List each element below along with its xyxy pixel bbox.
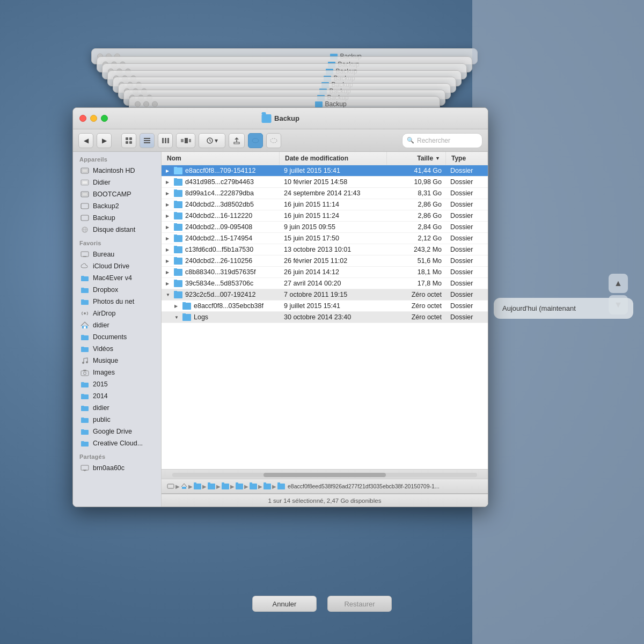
svg-rect-2 <box>126 141 128 144</box>
file-size: Zéro octet <box>387 302 446 310</box>
forward-button[interactable]: ▶ <box>97 133 112 148</box>
hdd-icon <box>80 214 89 222</box>
sidebar-item-videos[interactable]: Vidéos <box>75 343 159 355</box>
col-header-size[interactable]: Taille ▼ <box>387 152 446 165</box>
sidebar-item-backup[interactable]: Backup <box>75 212 159 224</box>
file-name: e8accf0f8...035ebcb38f <box>194 302 264 310</box>
sidebar-item-bootcamp[interactable]: BOOTCAMP <box>75 188 159 200</box>
sidebar-item-photos-net[interactable]: Photos du net <box>75 296 159 308</box>
svg-rect-27 <box>81 252 89 257</box>
maximize-button[interactable] <box>101 115 108 122</box>
breadcrumb-folder5[interactable] <box>250 484 257 489</box>
column-view-button[interactable] <box>158 133 173 148</box>
sidebar-label: Creative Cloud... <box>93 440 143 447</box>
sidebar-item-icloud[interactable]: iCloud Drive <box>75 260 159 272</box>
svg-rect-17 <box>82 169 87 172</box>
table-row[interactable]: ▶ d431d985...c279b4463 10 février 2015 1… <box>162 177 488 188</box>
table-row[interactable]: ▶ c8b88340...319d57635f 26 juin 2014 14:… <box>162 267 488 278</box>
breadcrumb-folder2[interactable] <box>208 484 215 489</box>
list-view-button[interactable] <box>140 133 155 148</box>
expand-arrow-icon: ▶ <box>166 214 171 218</box>
table-row[interactable]: ▼ Logs 30 octobre 2014 23:40 Zéro octet … <box>162 312 488 323</box>
file-type: Dossier <box>446 201 488 208</box>
table-row[interactable]: ▶ 240dcbd2...15-174954 15 juin 2015 17:5… <box>162 233 488 244</box>
cancel-button[interactable]: Annuler <box>252 596 317 612</box>
file-date: 9 juillet 2015 15:41 <box>280 167 387 174</box>
sidebar-item-bureau[interactable]: Bureau <box>75 248 159 260</box>
sidebar-item-macintosh-hd[interactable]: Macintosh HD <box>75 165 159 177</box>
sidebar-item-backup2[interactable]: Backup2 <box>75 200 159 212</box>
breadcrumb-folder3[interactable] <box>222 484 229 489</box>
expand-arrow-icon: ▶ <box>166 191 171 196</box>
sort-arrow-icon: ▼ <box>435 156 440 161</box>
sidebar-item-musique[interactable]: Musique <box>75 355 159 367</box>
camera-icon <box>80 368 89 377</box>
horizontal-scrollbar[interactable] <box>162 469 488 479</box>
col-header-date[interactable]: Date de modification <box>280 152 387 165</box>
sidebar-item-airdrop[interactable]: AirDrop <box>75 308 159 319</box>
sidebar-item-documents[interactable]: Documents <box>75 331 159 343</box>
close-button[interactable] <box>79 115 86 122</box>
share-button[interactable] <box>229 133 245 148</box>
file-name: 240dcbd2...15-174954 <box>185 235 252 242</box>
table-row[interactable]: ▶ 240dcbd2...09-095408 9 juin 2015 09:55… <box>162 222 488 233</box>
table-row[interactable]: ▶ 240dcbd2...26-110256 26 février 2015 1… <box>162 255 488 267</box>
sidebar-item-mac4ever[interactable]: Mac4Ever v4 <box>75 272 159 284</box>
table-row[interactable]: ▶ 8d99a1c4...222879dba 24 septembre 2014… <box>162 188 488 199</box>
table-row[interactable]: ▶ 240dcbd2...3d8502db5 16 juin 2015 11:1… <box>162 199 488 210</box>
breadcrumb-folder1[interactable] <box>194 484 201 489</box>
breadcrumb-separator: ▶ <box>244 484 248 489</box>
action-button[interactable]: ▾ <box>199 133 225 148</box>
breadcrumb-folder6[interactable] <box>264 484 271 489</box>
sidebar-item-disque-distant[interactable]: Disque distant <box>75 224 159 236</box>
breadcrumb-hdd[interactable] <box>167 484 174 489</box>
sidebar-label: Backup2 <box>93 202 119 210</box>
expand-arrow-icon: ▼ <box>174 315 180 320</box>
sidebar-item-images[interactable]: Images <box>75 367 159 378</box>
breadcrumb-home[interactable] <box>181 483 187 489</box>
label-none-button[interactable] <box>266 133 281 148</box>
breadcrumb-folder4[interactable] <box>236 484 243 489</box>
sidebar-item-creative-cloud[interactable]: Creative Cloud... <box>75 437 159 449</box>
column-headers: Nom Date de modification Taille ▼ Type <box>162 152 488 165</box>
table-row[interactable]: ▼ 923c2c5d...007-192412 7 octobre 2011 1… <box>162 289 488 301</box>
table-row[interactable]: ▶ e8accf0f8...035ebcb38f 9 juillet 2015 … <box>162 301 488 312</box>
sidebar-item-didier[interactable]: Didier <box>75 177 159 188</box>
file-date: 26 juin 2014 14:12 <box>280 268 387 276</box>
sidebar-item-dropbox[interactable]: Dropbox <box>75 284 159 296</box>
table-row[interactable]: ▶ e8accf0f8...709-154112 9 juillet 2015 … <box>162 165 488 177</box>
file-name: 240dcbd2...16-112220 <box>185 212 252 219</box>
col-header-type[interactable]: Type <box>446 152 488 165</box>
sidebar-item-didier2[interactable]: didier <box>75 402 159 414</box>
folder-icon <box>174 280 182 287</box>
search-box[interactable]: 🔍 Rechercher <box>402 133 482 148</box>
icon-view-button[interactable] <box>121 133 136 148</box>
sidebar-item-google-drive[interactable]: Google Drive <box>75 426 159 437</box>
svg-point-33 <box>86 361 88 363</box>
table-row[interactable]: ▶ 39c5834e...5d853706c 27 avril 2014 00:… <box>162 278 488 289</box>
airdrop-icon <box>80 309 89 318</box>
sidebar-item-brn0aa60c[interactable]: brn0aa60c <box>75 462 159 474</box>
sidebar-item-didier-home[interactable]: didier <box>75 319 159 331</box>
restore-button[interactable]: Restaurer <box>327 596 392 612</box>
sidebar-label: Macintosh HD <box>93 167 135 174</box>
folder-icon <box>182 314 191 321</box>
table-row[interactable]: ▶ c13fd6cd0...f5b1a7530 13 octobre 2013 … <box>162 244 488 255</box>
minimize-button[interactable] <box>90 115 97 122</box>
svg-rect-10 <box>181 139 184 142</box>
col-header-name[interactable]: Nom <box>162 152 280 165</box>
label-blue-button[interactable] <box>248 133 263 148</box>
cover-flow-button[interactable] <box>176 133 195 148</box>
breadcrumb-backup-item[interactable]: e8accf0f8eed538f926ad277f21df3035ebcb38f… <box>277 483 440 489</box>
sidebar-item-public[interactable]: public <box>75 414 159 426</box>
table-row[interactable]: ▶ 240dcbd2...16-112220 16 juin 2015 11:2… <box>162 210 488 222</box>
scrollbar-thumb[interactable] <box>264 473 385 477</box>
sidebar-item-2014[interactable]: 2014 <box>75 390 159 402</box>
expand-arrow-icon: ▶ <box>166 225 171 230</box>
folder-icon <box>80 274 89 282</box>
back-button[interactable]: ◀ <box>78 133 93 148</box>
sidebar-item-2015[interactable]: 2015 <box>75 378 159 390</box>
notification-today: Aujourd'hui (maintenant <box>494 298 633 319</box>
expand-arrow-icon: ▶ <box>166 236 171 241</box>
nav-up-button[interactable]: ▲ <box>609 274 628 293</box>
